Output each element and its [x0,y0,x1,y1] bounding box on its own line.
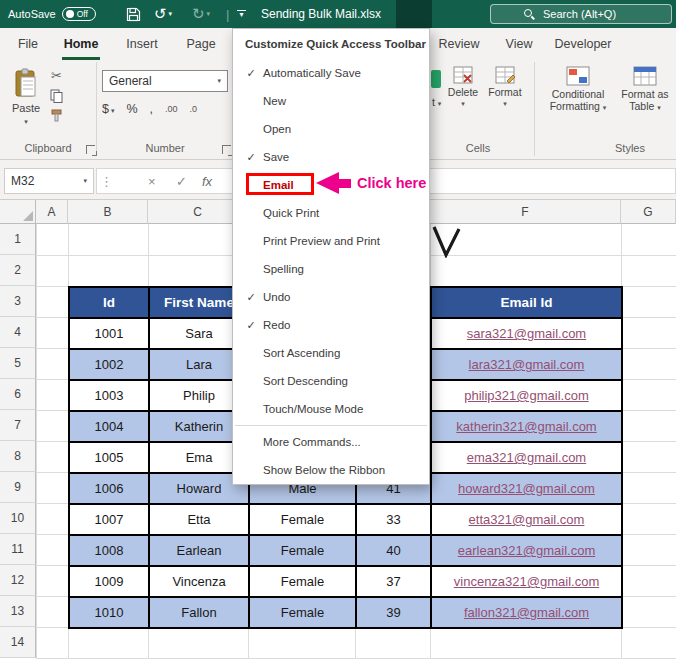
menu-item-save[interactable]: ✓Save [233,143,429,171]
column-header-B[interactable]: B [68,200,148,224]
tab-home[interactable]: Home [58,28,104,60]
dialog-launcher-icon[interactable] [86,145,95,154]
tab-insert[interactable]: Insert [118,28,166,60]
fx-icon[interactable]: fx [202,168,212,194]
menu-item-sort-ascending[interactable]: Sort Ascending [233,339,429,367]
cell-gender[interactable]: Female [249,535,356,566]
cell-id[interactable]: 1003 [69,380,149,411]
menu-item-quick-print[interactable]: Quick Print [233,199,429,227]
row-header-12[interactable]: 12 [0,565,36,596]
search-box[interactable]: Search (Alt+Q) [490,4,672,24]
format-as-table-button[interactable]: Format asTable ▾ [614,66,676,114]
cell-age[interactable]: 39 [356,597,431,628]
email-link[interactable]: fallon321@gmail.com [464,605,589,620]
cell-email[interactable]: vincenza321@gmail.com [431,566,622,597]
number-button-4[interactable]: .00 [165,104,178,114]
cell-first_name[interactable]: Earlean [149,535,249,566]
email-link[interactable]: lara321@gmail.com [469,357,585,372]
cell-age[interactable]: 37 [356,566,431,597]
tab-page[interactable]: Page [180,28,222,60]
email-link[interactable]: philip321@gmail.com [464,388,588,403]
menu-item-show-below-the-ribbon[interactable]: Show Below the Ribbon [233,456,429,484]
menu-item-open[interactable]: Open [233,115,429,143]
number-button-5[interactable]: .0 [190,104,198,114]
row-header-13[interactable]: 13 [0,596,36,627]
cell-email[interactable]: philip321@gmail.com [431,380,622,411]
menu-item-sort-descending[interactable]: Sort Descending [233,367,429,395]
email-link[interactable]: ema321@gmail.com [467,450,586,465]
row-header-11[interactable]: 11 [0,534,36,565]
cell-id[interactable]: 1001 [69,318,149,349]
cell-email[interactable]: etta321@gmail.com [431,504,622,535]
tab-file[interactable]: File [10,28,46,60]
cell-email[interactable]: fallon321@gmail.com [431,597,622,628]
select-all-corner[interactable] [0,200,36,224]
tab-developer[interactable]: Developer [547,28,619,60]
paste-button[interactable]: Paste ▾ [6,64,46,138]
cell-id[interactable]: 1009 [69,566,149,597]
menu-item-touch-mouse-mode[interactable]: Touch/Mouse Mode [233,395,429,423]
format-button[interactable]: Format ▾ [484,66,526,108]
menu-item-undo[interactable]: ✓Undo [233,283,429,311]
row-header-9[interactable]: 9 [0,472,36,503]
table-header-email-id[interactable]: Email Id [431,287,622,318]
column-header-A[interactable]: A [36,200,68,224]
row-header-4[interactable]: 4 [0,317,36,348]
delete-button[interactable]: Delete ▾ [444,66,482,108]
cell-gender[interactable]: Female [249,566,356,597]
redo-icon[interactable]: ↻▾ [192,0,210,28]
cell-gender[interactable]: Female [249,504,356,535]
table-header-id[interactable]: Id [69,287,149,318]
email-link[interactable]: earlean321@gmail.com [458,543,596,558]
format-painter-icon[interactable] [50,109,63,122]
cell-email[interactable]: lara321@gmail.com [431,349,622,380]
cell-email[interactable]: sara321@gmail.com [431,318,622,349]
menu-item-automatically-save[interactable]: ✓Automatically Save [233,59,429,87]
menu-item-new[interactable]: New [233,87,429,115]
email-link[interactable]: etta321@gmail.com [469,512,585,527]
cell-id[interactable]: 1007 [69,504,149,535]
cell-id[interactable]: 1005 [69,442,149,473]
undo-icon[interactable]: ↺▾ [154,0,172,28]
menu-item-redo[interactable]: ✓Redo [233,311,429,339]
cancel-icon[interactable]: × [148,168,156,194]
cell-gender[interactable]: Female [249,597,356,628]
row-header-3[interactable]: 3 [0,286,36,317]
cell-id[interactable]: 1010 [69,597,149,628]
email-link[interactable]: howard321@gmail.com [458,481,595,496]
email-link[interactable]: katherin321@gmail.com [456,419,596,434]
autosave-toggle[interactable]: AutoSave Off [8,0,96,28]
number-button-2[interactable]: % [126,102,137,116]
menu-item-email[interactable]: Email [233,171,429,199]
menu-item-more-commands-[interactable]: More Commands... [233,428,429,456]
cell-age[interactable]: 40 [356,535,431,566]
cell-email[interactable]: earlean321@gmail.com [431,535,622,566]
tab-view[interactable]: View [499,28,539,60]
row-header-8[interactable]: 8 [0,441,36,472]
cell-first_name[interactable]: Etta [149,504,249,535]
row-header-14[interactable]: 14 [0,627,36,658]
menu-item-spelling[interactable]: Spelling [233,255,429,283]
cell-first_name[interactable]: Vincenza [149,566,249,597]
email-link[interactable]: vincenza321@gmail.com [454,574,599,589]
row-header-5[interactable]: 5 [0,348,36,379]
save-icon[interactable] [126,0,141,28]
cell-email[interactable]: howard321@gmail.com [431,473,622,504]
cell-id[interactable]: 1008 [69,535,149,566]
cell-email[interactable]: katherin321@gmail.com [431,411,622,442]
cell-id[interactable]: 1006 [69,473,149,504]
row-header-2[interactable]: 2 [0,255,36,286]
dialog-launcher-icon[interactable] [222,145,231,154]
cell-id[interactable]: 1002 [69,349,149,380]
menu-item-print-preview-and-print[interactable]: Print Preview and Print [233,227,429,255]
enter-icon[interactable]: ✓ [176,168,187,194]
tab-review[interactable]: Review [433,28,485,60]
column-header-F[interactable]: F [430,200,621,224]
number-format-dropdown[interactable]: General ▾ [102,70,228,92]
name-box[interactable]: M32 ▾ [4,168,94,194]
cell-age[interactable]: 33 [356,504,431,535]
qat-customize-icon[interactable]: ▾ [237,0,246,28]
column-header-G[interactable]: G [621,200,676,224]
row-header-6[interactable]: 6 [0,379,36,410]
row-header-1[interactable]: 1 [0,224,36,255]
